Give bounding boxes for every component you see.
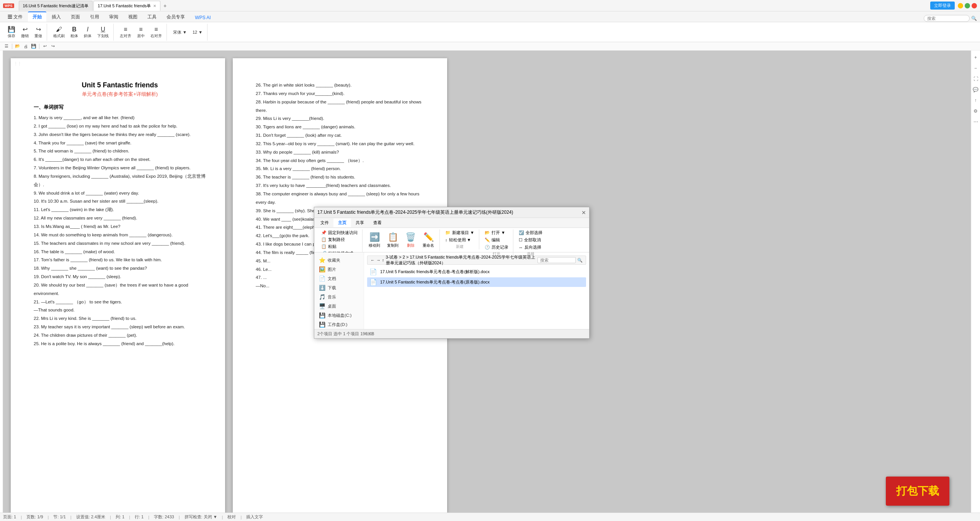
save-button[interactable]: 💾保存: [5, 25, 18, 39]
fe-file-item-2[interactable]: 📄 17.Unit 5 Fantastic friends单元考点卷-考点卷(原…: [367, 277, 586, 287]
undo-button[interactable]: ↩撤销: [19, 25, 31, 39]
tab-1[interactable]: 16.Unit 5 Fantastic friends速记清单: [19, 1, 93, 11]
fe-nav-d-drive[interactable]: 💾工作盘(D:): [314, 320, 364, 329]
sidebar-share-icon[interactable]: ↑: [972, 97, 980, 104]
download-badge[interactable]: 打包下载: [886, 477, 949, 506]
list-item: 10. It's 10:30 a.m. Susan and her sister…: [34, 197, 206, 206]
register-button[interactable]: 立即登录: [930, 2, 955, 10]
status-sep-9: |: [240, 515, 242, 519]
title-bar: WPS 16.Unit 5 Fantastic friends速记清单 17.U…: [0, 0, 980, 11]
sidebar-fullscreen-icon[interactable]: ⛶: [972, 75, 980, 83]
font-name-dropdown[interactable]: 宋体 ▼: [171, 29, 189, 36]
list-item: 18. Why _______ she _______ (want) to se…: [34, 264, 206, 273]
status-sep-5: |: [129, 515, 130, 519]
tab-1-label: 16.Unit 5 Fantastic friends速记清单: [23, 3, 89, 9]
fe-nav-forward-icon[interactable]: →: [376, 258, 381, 262]
fe-paste-button[interactable]: 📋粘贴: [319, 243, 360, 250]
search-icon[interactable]: 🔍: [971, 16, 977, 21]
fe-title: 17.Unit 5 Fantastic friends单元考点卷-2024-20…: [317, 209, 581, 216]
status-spellcheck[interactable]: 拼写检查: 关闭 ▼: [185, 514, 217, 520]
ribbon-tab-review[interactable]: 审阅: [105, 12, 123, 22]
fe-search-icon[interactable]: 🔍: [577, 258, 583, 263]
ribbon-tab-tools[interactable]: 工具: [143, 12, 161, 22]
fe-copyto-button[interactable]: 📋复制到: [384, 229, 402, 251]
list-item: 8. Many foreigners, including _______ (A…: [34, 172, 206, 189]
status-bar: 页面: 1 | 页数: 1/9 | 节: 1/1 | 设置值: 2.4厘米 | …: [0, 513, 980, 521]
fe-newitem-button[interactable]: 📁新建项目 ▼: [443, 229, 477, 236]
fe-history-button[interactable]: 🕐历史记录: [482, 244, 511, 251]
fe-tab-view[interactable]: 查看: [369, 218, 386, 227]
ribbon-tab-view[interactable]: 视图: [124, 12, 142, 22]
sidebar-zoom-out-icon[interactable]: −: [972, 64, 980, 72]
fe-rename-button[interactable]: ✏️重命名: [420, 229, 437, 251]
fe-nav-documents[interactable]: 📄文档: [314, 274, 364, 283]
bold-button[interactable]: B粗体: [68, 25, 80, 39]
fe-selectnone-button[interactable]: ☐全部取消: [516, 237, 545, 243]
tab-add-button[interactable]: +: [161, 3, 169, 9]
redo-button[interactable]: ↪重做: [32, 25, 44, 39]
fe-nav-music[interactable]: 🎵音乐: [314, 292, 364, 301]
formatpaint-button[interactable]: 🖌格式刷: [51, 25, 67, 39]
fe-nav-pictures[interactable]: 🖼️图片: [314, 265, 364, 274]
sidebar-settings-icon[interactable]: ⚙: [972, 107, 980, 115]
italic-button[interactable]: I斜体: [82, 25, 94, 39]
fe-tab-file[interactable]: 文件: [316, 218, 333, 227]
fe-nav-up-icon[interactable]: ↑: [382, 258, 384, 262]
search-input[interactable]: [924, 15, 970, 22]
fe-delete-button[interactable]: 🗑️删除: [402, 229, 419, 251]
fe-moveto-button[interactable]: ➡️移动到: [366, 229, 383, 251]
sidebar-comment-icon[interactable]: 💬: [972, 86, 980, 93]
ribbon-tab-insert[interactable]: 插入: [47, 12, 65, 22]
fe-selectall-button[interactable]: ☑️全部选择: [516, 229, 545, 236]
fe-invertselect-button[interactable]: ↔反向选择: [516, 244, 545, 251]
fe-tab-share[interactable]: 共享: [351, 218, 369, 227]
toolbar-sep-1: [12, 44, 12, 49]
fe-nav-favorites[interactable]: ⭐收藏夹: [314, 256, 364, 265]
fe-fixquick-button[interactable]: 📌固定到快速访问: [319, 229, 360, 236]
fe-edit-button[interactable]: ✏️编辑: [482, 237, 511, 243]
fe-nav-back-icon[interactable]: ←: [371, 258, 375, 262]
list-item: 23. My teacher says it is very important…: [34, 323, 206, 331]
fe-easyaccess-button[interactable]: ↑轻松使用 ▼: [443, 237, 477, 243]
fe-tab-home[interactable]: 主页: [333, 218, 351, 227]
fe-file-item-1[interactable]: 📄 17.Unit 5 Fantastic friends单元考点卷-考点卷(解…: [367, 267, 586, 277]
print-button[interactable]: 🖨: [22, 43, 29, 50]
fe-close-icon[interactable]: ✕: [581, 210, 586, 216]
list-item: 21. —Let's _______ （go） to see the tiger…: [34, 298, 206, 306]
list-item: 28. Harbin is popular because of the ___…: [256, 98, 428, 115]
fe-nav-downloads[interactable]: ⬇️下载: [314, 283, 364, 292]
ribbon-content: 💾保存 ↩撤销 ↪重做 🖌格式刷 B粗体 I斜体 U下划线 ≡左对齐 ≡居中 ≡…: [0, 22, 980, 42]
doc-subtitle: 单元考点卷(有参考答案+详细解析): [34, 91, 206, 98]
fe-breadcrumb: ← → ↑ 3-试卷 > 2 > 17.Unit 5 Fantastic fri…: [367, 256, 586, 265]
align-right-button[interactable]: ≡右对齐: [148, 25, 164, 39]
fe-open-button[interactable]: 📂打开 ▼: [482, 229, 511, 236]
fe-search-input[interactable]: [537, 257, 576, 263]
font-size-dropdown[interactable]: 12 ▼: [190, 29, 205, 35]
ribbon-tab-home[interactable]: 开始: [28, 11, 46, 22]
ribbon-tab-member[interactable]: 会员专享: [162, 12, 189, 22]
align-center-button[interactable]: ≡居中: [135, 25, 147, 39]
minimize-button[interactable]: [958, 3, 963, 8]
fe-ribbon-content: 📌固定到快速访问 📋复制路径 📋粘贴 🔗粘贴快捷方式 剪贴板 ➡️移动到 📋复制…: [314, 228, 589, 252]
fe-file-1-icon: 📄: [369, 268, 377, 275]
fe-copypath-button[interactable]: 📋复制路径: [319, 236, 360, 243]
open-file-button[interactable]: 📂: [14, 43, 21, 50]
ribbon-tab-references[interactable]: 引用: [85, 12, 104, 22]
ribbon-tab-layout[interactable]: 页面: [66, 12, 85, 22]
redo-quick-button[interactable]: ↪: [49, 43, 56, 50]
tab-2[interactable]: 17.Unit 5 Fantastic friends单 ✕: [93, 1, 160, 11]
underline-button[interactable]: U下划线: [95, 25, 111, 39]
undo-quick-button[interactable]: ↩: [41, 43, 48, 50]
close-button[interactable]: [972, 3, 977, 8]
sidebar-more-icon[interactable]: ⋯: [972, 118, 980, 126]
saveas-button[interactable]: 💾: [30, 43, 37, 50]
ribbon-tab-wpsai[interactable]: WPS AI: [190, 13, 215, 22]
sidebar-zoom-in-icon[interactable]: +: [972, 54, 980, 61]
align-left-button[interactable]: ≡左对齐: [118, 25, 134, 39]
fe-nav-c-drive[interactable]: 💾本地磁盘(C:): [314, 311, 364, 320]
tab-2-close-icon[interactable]: ✕: [153, 4, 156, 8]
ribbon-btn-file[interactable]: ☰ 文件: [3, 12, 27, 22]
menu-icon[interactable]: ☰: [3, 43, 10, 50]
maximize-button[interactable]: [965, 3, 970, 8]
fe-nav-desktop[interactable]: 🖥️桌面: [314, 301, 364, 311]
